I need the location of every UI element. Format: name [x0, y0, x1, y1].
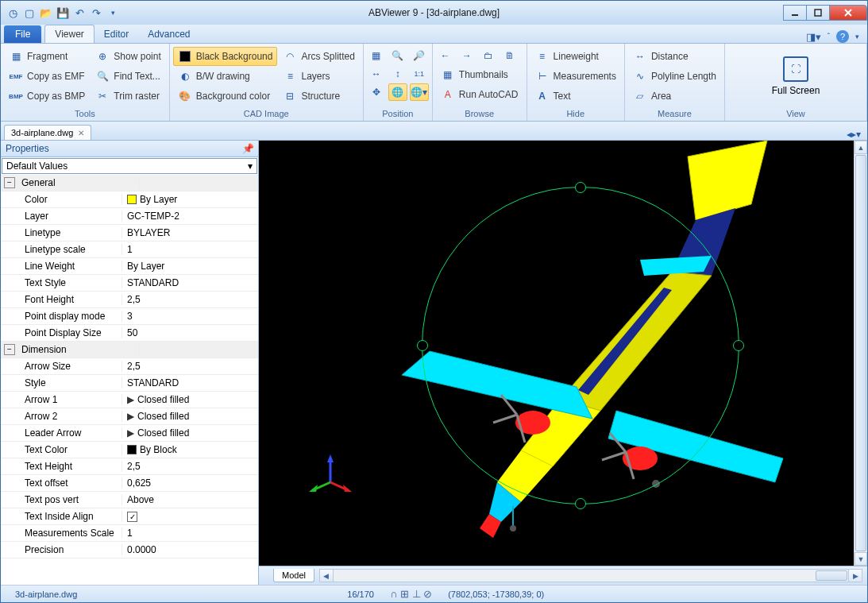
property-row[interactable]: Text pos vertAbove	[1, 492, 258, 508]
thumbnails-button[interactable]: ▦Thumbnails	[436, 65, 523, 84]
find-text-button[interactable]: 🔍Find Text...	[91, 67, 165, 86]
qat-redo-icon[interactable]: ↷	[89, 6, 103, 20]
tab-advanced[interactable]: Advanced	[138, 25, 199, 43]
orbit-button[interactable]: 🌐	[388, 83, 407, 101]
nav-prev-button[interactable]: ←	[436, 47, 455, 64]
fit-width-button[interactable]: ↔	[367, 65, 386, 83]
collapse-toggle[interactable]: −	[4, 177, 15, 188]
copy-bmp-button[interactable]: BMPCopy as BMP	[4, 87, 90, 106]
property-row[interactable]: Precision0.0000	[1, 542, 258, 559]
status-snap-icons[interactable]: ∩ ⊞ ⊥ ⊘	[382, 588, 440, 600]
qat-dropdown-icon[interactable]: ▾	[106, 6, 120, 20]
properties-filter-combo[interactable]: Default Values ▾	[2, 158, 257, 174]
orbit-dropdown-button[interactable]: 🌐▾	[410, 83, 429, 101]
property-row[interactable]: Linetype scale1	[1, 242, 258, 258]
property-row[interactable]: Point display mode3	[1, 308, 258, 325]
property-row[interactable]: ColorBy Layer	[1, 191, 258, 208]
qat-save-icon[interactable]: 💾	[56, 6, 70, 20]
property-row[interactable]: Arrow 2▶Closed filled	[1, 408, 258, 425]
collapse-toggle[interactable]: −	[4, 344, 15, 355]
pan-button[interactable]: ✥	[367, 83, 386, 101]
polyline-icon: ∿	[633, 69, 647, 83]
orbit-handle-e[interactable]	[733, 340, 744, 351]
vscroll-thumb[interactable]	[855, 155, 866, 551]
qat-open-icon[interactable]: 📂	[39, 6, 53, 20]
property-row[interactable]: StyleSTANDARD	[1, 375, 258, 392]
show-point-button[interactable]: ⊕Show point	[91, 47, 165, 66]
nav-folder-button[interactable]: 🗀	[479, 47, 498, 64]
qat-undo-icon[interactable]: ↶	[72, 6, 87, 20]
hscroll-thumb[interactable]	[816, 570, 847, 581]
group-view-title: View	[727, 107, 865, 121]
property-row[interactable]: Leader Arrow▶Closed filled	[1, 425, 258, 442]
orbit-ring[interactable]	[422, 187, 739, 504]
property-row[interactable]: LayerGC-TEMP-2	[1, 208, 258, 225]
property-row[interactable]: Arrow Size2,5	[1, 358, 258, 375]
property-row[interactable]: Line WeightBy Layer	[1, 258, 258, 275]
viewport-3d[interactable]	[259, 141, 854, 566]
trim-raster-button[interactable]: ✂Trim raster	[91, 87, 165, 106]
close-tab-icon[interactable]: ✕	[78, 129, 84, 137]
horizontal-scrollbar[interactable]: ◀ ▶	[319, 569, 862, 582]
run-autocad-button[interactable]: ARun AutoCAD	[436, 85, 523, 104]
tab-editor[interactable]: Editor	[95, 25, 138, 43]
structure-button[interactable]: ⊟Structure	[278, 87, 359, 106]
vertical-scrollbar[interactable]: ▲ ▼	[854, 141, 867, 566]
property-row[interactable]: Text StyleSTANDARD	[1, 275, 258, 292]
lineweight-button[interactable]: ≡Lineweight	[530, 47, 621, 66]
full-screen-button[interactable]: ⛶ Full Screen	[767, 52, 824, 100]
property-row[interactable]: Text offset0,625	[1, 475, 258, 492]
scroll-left-button[interactable]: ◀	[320, 570, 334, 582]
area-button[interactable]: ▱Area	[628, 87, 721, 106]
tab-file[interactable]: File	[4, 25, 41, 43]
property-row[interactable]: Text Inside Align✓	[1, 508, 258, 525]
model-tab[interactable]: Model	[273, 569, 314, 582]
statusbar: 3d-airplane.dwg 16/170 ∩ ⊞ ⊥ ⊘ (7802,053…	[1, 585, 867, 602]
fragment-button[interactable]: ▦Fragment	[4, 47, 90, 66]
style-icon[interactable]: ◨▾	[806, 31, 821, 43]
pin-icon[interactable]: 📌	[242, 143, 253, 154]
polyline-button[interactable]: ∿Polyline Length	[628, 67, 721, 86]
property-row[interactable]: LinetypeBYLAYER	[1, 225, 258, 242]
black-background-button[interactable]: Black Background	[173, 47, 278, 66]
bw-drawing-button[interactable]: ◐B/W drawing	[173, 67, 278, 86]
bg-color-button[interactable]: 🎨Background color	[173, 87, 278, 106]
property-row[interactable]: Measurements Scale1	[1, 525, 258, 542]
zoom-out-button[interactable]: 🔎	[410, 47, 429, 64]
minimize-button[interactable]	[783, 5, 807, 21]
chevron-up-icon[interactable]: ˆ	[827, 33, 830, 41]
scroll-right-button[interactable]: ▶	[848, 570, 862, 582]
nav-next-button[interactable]: →	[457, 47, 476, 64]
document-tab[interactable]: 3d-airplane.dwg ✕	[4, 125, 91, 140]
scroll-up-button[interactable]: ▲	[854, 141, 867, 154]
property-row[interactable]: Text ColorBy Block	[1, 442, 258, 458]
zoom-1-1-button[interactable]: 1:1	[410, 65, 429, 83]
close-button[interactable]	[829, 5, 867, 21]
maximize-button[interactable]	[806, 5, 830, 21]
text-button[interactable]: AText	[530, 87, 621, 106]
zoom-in-button[interactable]: 🔍	[388, 47, 407, 64]
property-row[interactable]: Font Height2,5	[1, 292, 258, 308]
scroll-down-button[interactable]: ▼	[854, 552, 867, 566]
arcs-splitted-button[interactable]: ◠Arcs Splitted	[278, 47, 359, 66]
orbit-handle-n[interactable]	[575, 182, 586, 193]
distance-button[interactable]: ↔Distance	[628, 47, 721, 66]
bmp-icon: BMP	[9, 89, 23, 103]
orbit-handle-w[interactable]	[417, 340, 428, 351]
property-row[interactable]: Text Height2,5	[1, 458, 258, 475]
help-icon[interactable]: ?	[836, 30, 849, 43]
copy-emf-button[interactable]: EMFCopy as EMF	[4, 67, 90, 86]
measurements-button[interactable]: ⊢Measurements	[530, 67, 621, 86]
layers-button[interactable]: ≡Layers	[278, 67, 359, 86]
tab-viewer[interactable]: Viewer	[44, 25, 94, 43]
qat-new-icon[interactable]: ▢	[22, 6, 37, 20]
property-row[interactable]: Point Display Size50	[1, 325, 258, 342]
pos-btn-1[interactable]: ▦	[367, 47, 386, 64]
nav-recent-button[interactable]: 🗎	[500, 47, 519, 64]
property-row[interactable]: Arrow 1▶Closed filled	[1, 392, 258, 408]
fit-height-button[interactable]: ↕	[388, 65, 407, 83]
target-icon: ⊕	[95, 49, 110, 64]
orbit-handle-s[interactable]	[575, 498, 586, 509]
tabs-scroll-button[interactable]: ◂▸▾	[847, 129, 864, 140]
help-dropdown-icon[interactable]: ▾	[855, 33, 859, 41]
